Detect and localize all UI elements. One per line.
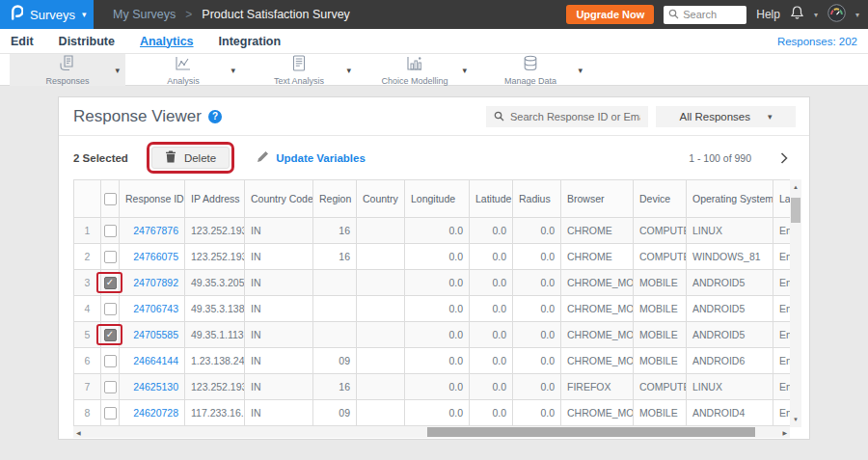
responses-filter-dropdown[interactable]: All Responses ▾ [656,106,796,127]
caret-down-icon[interactable]: ▾ [855,11,859,19]
vertical-scroll-thumb[interactable] [791,198,800,223]
cell-operating-system: LINUX [687,218,773,244]
row-number: 5 [74,322,101,348]
response-id-link[interactable]: 24707892 [133,277,178,288]
row-checkbox[interactable] [104,407,117,419]
cell-operating-system: ANDROID4 [687,400,773,426]
toolbar-label: Analysis [167,76,200,86]
cell-latitude: 0.0 [470,218,513,244]
row-checkbox[interactable] [104,355,117,367]
cell-country-code: IN [245,400,313,426]
toolbar-item-manage-data[interactable]: Manage Data ▾ [473,54,588,86]
caret-down-icon[interactable]: ▾ [115,66,120,75]
table-row: 824620728117.233.16.177IN090.00.00.0CHRO… [74,400,791,426]
row-checkbox-checked[interactable]: ✓ [104,277,117,289]
cell-country-code: IN [245,322,313,348]
vertical-scrollbar[interactable]: ▲ ▼ [790,179,801,427]
tab-analytics[interactable]: Analytics [140,35,194,48]
delete-button[interactable]: Delete [151,147,230,169]
row-checkbox[interactable] [104,381,117,393]
caret-down-icon[interactable]: ▾ [578,66,583,75]
response-id-link[interactable]: 24706743 [133,303,178,314]
column-browser[interactable]: Browser [561,180,634,218]
cell-region [313,296,357,322]
column-select [101,180,120,218]
scroll-right-icon[interactable]: ▶ [782,429,787,436]
cell-language: English [773,322,791,348]
scroll-up-icon[interactable]: ▲ [793,181,799,193]
column-device[interactable]: Device [634,180,687,218]
response-id-link[interactable]: 24620728 [133,407,178,419]
pagination-next-icon[interactable] [780,152,788,164]
upgrade-now-button[interactable]: Upgrade Now [566,5,654,24]
column-radius[interactable]: Radius [513,180,561,218]
cell-browser: CHROME_MOBILE [561,348,634,374]
scroll-left-icon[interactable]: ◀ [76,429,81,436]
tab-edit[interactable]: Edit [11,35,34,48]
response-id-link[interactable]: 24767876 [133,225,178,236]
response-id-link[interactable]: 24664144 [133,355,178,366]
responses-count-link[interactable]: Responses: 202 [777,36,857,47]
horizontal-scroll-thumb[interactable] [427,427,755,437]
toolbar-item-responses[interactable]: Responses ▾ [10,54,125,86]
response-search-input[interactable] [510,111,640,122]
column-operating-system[interactable]: Operating System [687,180,773,218]
row-number: 6 [74,348,101,374]
cell-browser: FIREFOX [561,374,634,400]
update-variables-button[interactable]: Update Variables [257,149,366,167]
response-id-link[interactable]: 24766075 [133,251,178,262]
notifications-bell-icon[interactable] [790,5,804,24]
cell-radius: 0.0 [513,374,561,400]
tab-distribute[interactable]: Distribute [59,35,115,48]
cell-country-code: IN [245,244,313,270]
caret-down-icon[interactable]: ▾ [462,66,467,75]
response-id-link[interactable]: 24625130 [133,381,178,392]
scroll-down-icon[interactable]: ▼ [793,414,799,425]
row-select-cell [101,374,120,400]
row-number: 7 [74,374,101,400]
cell-language: English [773,348,791,374]
column-region[interactable]: Region [313,180,357,218]
help-icon[interactable]: ? [208,110,222,123]
horizontal-scrollbar[interactable]: ◀ ▶ [73,426,790,438]
response-id-link[interactable]: 24705585 [133,329,178,340]
cell-browser: CHROME [561,244,634,270]
row-checkbox-checked[interactable]: ✓ [104,329,117,341]
toolbar-item-analysis[interactable]: Analysis ▾ [125,54,241,86]
cell-language: English [773,218,791,244]
cell-language: English [773,244,791,270]
cell-radius: 0.0 [513,322,561,348]
response-viewer-card: Response Viewer ? All Responses ▾ 2 Sele… [58,96,810,440]
toolbar-label: Responses [45,76,89,86]
help-link[interactable]: Help [756,8,780,21]
breadcrumb: My Surveys > Product Satisfaction Survey [113,8,350,21]
global-search-input[interactable] [683,9,743,20]
caret-down-icon[interactable]: ▾ [231,66,235,75]
breadcrumb-my-surveys[interactable]: My Surveys [113,8,176,21]
select-all-checkbox[interactable] [104,193,117,205]
surveys-menu[interactable]: Surveys ▾ [0,0,94,29]
caret-down-icon[interactable]: ▾ [814,11,818,19]
user-avatar[interactable] [827,4,846,26]
column-longitude[interactable]: Longitude [405,180,470,218]
column-latitude[interactable]: Latitude [470,180,513,218]
column-response-id[interactable]: Response ID▲ [120,180,185,218]
caret-down-icon[interactable]: ▾ [346,66,351,75]
cell-country-code: IN [245,348,313,374]
toolbar-item-text-analysis[interactable]: Text Analysis ▾ [241,54,357,86]
row-checkbox[interactable] [104,303,117,315]
tab-integration[interactable]: Integration [219,35,282,48]
cell-country [357,322,405,348]
column-language[interactable]: Language [773,180,791,218]
cell-device: MOBILE [634,348,687,374]
text-analysis-document-icon [291,55,307,75]
cell-region: 16 [313,244,357,270]
toolbar-item-choice-modelling[interactable]: Choice Modelling ▾ [357,54,473,86]
column-country-code[interactable]: Country Code [245,180,313,218]
column-ip-address[interactable]: IP Address [185,180,245,218]
choice-modelling-chart-icon [405,55,424,75]
column-country[interactable]: Country [357,180,405,218]
row-checkbox[interactable] [104,225,117,237]
row-checkbox[interactable] [104,251,117,263]
cell-longitude: 0.0 [405,322,470,348]
